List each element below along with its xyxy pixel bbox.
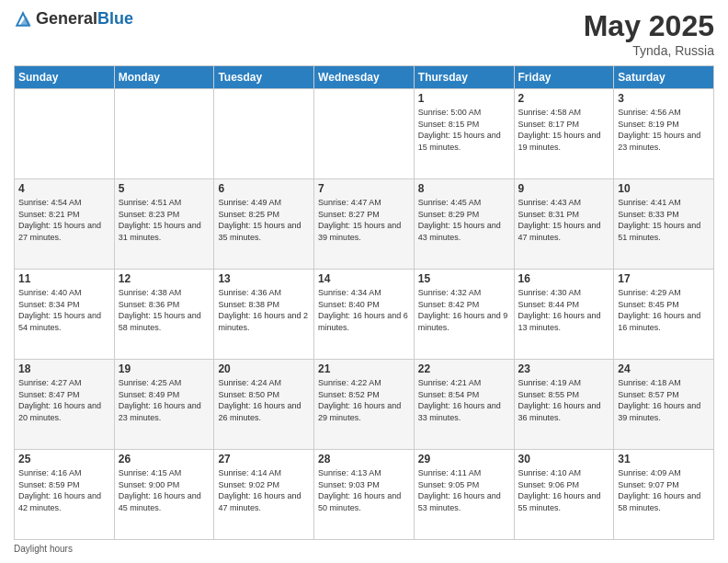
day-number: 26	[119, 453, 210, 465]
calendar-cell: 6Sunrise: 4:49 AMSunset: 8:25 PMDaylight…	[214, 179, 314, 270]
calendar-day-header: Wednesday	[314, 66, 415, 89]
day-info: Sunrise: 4:36 AMSunset: 8:38 PMDaylight:…	[218, 287, 310, 333]
day-info: Sunrise: 4:41 AMSunset: 8:33 PMDaylight:…	[618, 197, 710, 243]
header: GeneralBlue May 2025 Tynda, Russia	[14, 9, 714, 58]
day-info: Sunrise: 4:30 AMSunset: 8:44 PMDaylight:…	[518, 287, 610, 333]
day-info: Sunrise: 4:09 AMSunset: 9:07 PMDaylight:…	[618, 467, 710, 513]
day-info: Sunrise: 4:22 AMSunset: 8:52 PMDaylight:…	[318, 377, 410, 423]
calendar-cell: 26Sunrise: 4:15 AMSunset: 9:00 PMDayligh…	[114, 450, 214, 540]
calendar-cell: 14Sunrise: 4:34 AMSunset: 8:40 PMDayligh…	[314, 270, 415, 360]
day-info: Sunrise: 4:43 AMSunset: 8:31 PMDaylight:…	[518, 197, 610, 243]
month-year: May 2025	[584, 9, 714, 43]
calendar-day-header: Monday	[114, 66, 214, 89]
logo: GeneralBlue	[14, 9, 133, 29]
calendar-cell: 22Sunrise: 4:21 AMSunset: 8:54 PMDayligh…	[414, 360, 514, 450]
day-number: 25	[18, 453, 110, 465]
day-info: Sunrise: 4:29 AMSunset: 8:45 PMDaylight:…	[618, 287, 710, 333]
day-number: 19	[119, 362, 210, 375]
day-info: Sunrise: 4:56 AMSunset: 8:19 PMDaylight:…	[618, 107, 710, 153]
day-number: 16	[518, 272, 610, 285]
calendar-cell: 23Sunrise: 4:19 AMSunset: 8:55 PMDayligh…	[514, 360, 614, 450]
calendar-cell	[314, 89, 415, 179]
calendar-cell: 9Sunrise: 4:43 AMSunset: 8:31 PMDaylight…	[514, 179, 614, 270]
calendar-cell: 3Sunrise: 4:56 AMSunset: 8:19 PMDaylight…	[614, 89, 714, 179]
calendar-cell: 17Sunrise: 4:29 AMSunset: 8:45 PMDayligh…	[614, 270, 714, 360]
day-number: 11	[18, 272, 110, 285]
day-info: Sunrise: 4:19 AMSunset: 8:55 PMDaylight:…	[518, 377, 610, 423]
day-info: Sunrise: 4:34 AMSunset: 8:40 PMDaylight:…	[318, 287, 410, 333]
calendar-cell: 2Sunrise: 4:58 AMSunset: 8:17 PMDaylight…	[514, 89, 614, 179]
location: Tynda, Russia	[584, 43, 714, 58]
calendar-day-header: Saturday	[614, 66, 714, 89]
day-number: 18	[18, 362, 110, 375]
day-number: 4	[18, 182, 110, 195]
day-number: 13	[218, 272, 310, 285]
day-info: Sunrise: 4:32 AMSunset: 8:42 PMDaylight:…	[418, 287, 510, 333]
calendar-cell: 21Sunrise: 4:22 AMSunset: 8:52 PMDayligh…	[314, 360, 415, 450]
calendar-cell: 29Sunrise: 4:11 AMSunset: 9:05 PMDayligh…	[414, 450, 514, 540]
day-number: 22	[418, 362, 510, 375]
day-number: 3	[618, 92, 710, 105]
calendar-header-row: SundayMondayTuesdayWednesdayThursdayFrid…	[15, 66, 714, 89]
calendar-cell: 12Sunrise: 4:38 AMSunset: 8:36 PMDayligh…	[114, 270, 214, 360]
day-number: 23	[518, 362, 610, 375]
calendar-week-row: 4Sunrise: 4:54 AMSunset: 8:21 PMDaylight…	[15, 179, 714, 270]
day-number: 20	[218, 362, 310, 375]
day-number: 7	[318, 182, 410, 195]
day-info: Sunrise: 4:18 AMSunset: 8:57 PMDaylight:…	[618, 377, 710, 423]
day-info: Sunrise: 4:13 AMSunset: 9:03 PMDaylight:…	[318, 467, 410, 513]
day-info: Sunrise: 4:45 AMSunset: 8:29 PMDaylight:…	[418, 197, 510, 243]
logo-general: General	[36, 9, 97, 28]
day-number: 14	[318, 272, 410, 285]
calendar: SundayMondayTuesdayWednesdayThursdayFrid…	[14, 65, 714, 540]
calendar-cell: 28Sunrise: 4:13 AMSunset: 9:03 PMDayligh…	[314, 450, 415, 540]
calendar-week-row: 18Sunrise: 4:27 AMSunset: 8:47 PMDayligh…	[15, 360, 714, 450]
day-info: Sunrise: 4:10 AMSunset: 9:06 PMDaylight:…	[518, 467, 610, 513]
calendar-cell	[214, 89, 314, 179]
day-info: Sunrise: 4:24 AMSunset: 8:50 PMDaylight:…	[218, 377, 310, 423]
day-number: 28	[318, 453, 410, 465]
calendar-day-header: Tuesday	[214, 66, 314, 89]
calendar-cell: 15Sunrise: 4:32 AMSunset: 8:42 PMDayligh…	[414, 270, 514, 360]
day-info: Sunrise: 4:38 AMSunset: 8:36 PMDaylight:…	[119, 287, 210, 333]
calendar-day-header: Thursday	[414, 66, 514, 89]
calendar-cell: 11Sunrise: 4:40 AMSunset: 8:34 PMDayligh…	[15, 270, 115, 360]
calendar-cell: 19Sunrise: 4:25 AMSunset: 8:49 PMDayligh…	[114, 360, 214, 450]
calendar-day-header: Friday	[514, 66, 614, 89]
calendar-day-header: Sunday	[15, 66, 115, 89]
calendar-cell: 1Sunrise: 5:00 AMSunset: 8:15 PMDaylight…	[414, 89, 514, 179]
day-info: Sunrise: 4:58 AMSunset: 8:17 PMDaylight:…	[518, 107, 610, 153]
day-info: Sunrise: 4:40 AMSunset: 8:34 PMDaylight:…	[18, 287, 110, 333]
day-info: Sunrise: 4:49 AMSunset: 8:25 PMDaylight:…	[218, 197, 310, 243]
day-number: 30	[518, 453, 610, 465]
calendar-cell: 27Sunrise: 4:14 AMSunset: 9:02 PMDayligh…	[214, 450, 314, 540]
day-info: Sunrise: 4:54 AMSunset: 8:21 PMDaylight:…	[18, 197, 110, 243]
day-info: Sunrise: 4:11 AMSunset: 9:05 PMDaylight:…	[418, 467, 510, 513]
day-info: Sunrise: 4:21 AMSunset: 8:54 PMDaylight:…	[418, 377, 510, 423]
calendar-cell: 25Sunrise: 4:16 AMSunset: 8:59 PMDayligh…	[15, 450, 115, 540]
day-number: 6	[218, 182, 310, 195]
daylight-hours-label: Daylight hours	[14, 544, 73, 554]
day-info: Sunrise: 4:14 AMSunset: 9:02 PMDaylight:…	[218, 467, 310, 513]
day-info: Sunrise: 4:27 AMSunset: 8:47 PMDaylight:…	[18, 377, 110, 423]
footer: Daylight hours	[14, 544, 714, 554]
day-number: 1	[418, 92, 510, 105]
calendar-cell: 10Sunrise: 4:41 AMSunset: 8:33 PMDayligh…	[614, 179, 714, 270]
calendar-cell: 4Sunrise: 4:54 AMSunset: 8:21 PMDaylight…	[15, 179, 115, 270]
day-info: Sunrise: 4:25 AMSunset: 8:49 PMDaylight:…	[119, 377, 210, 423]
calendar-cell: 16Sunrise: 4:30 AMSunset: 8:44 PMDayligh…	[514, 270, 614, 360]
day-number: 8	[418, 182, 510, 195]
day-info: Sunrise: 4:47 AMSunset: 8:27 PMDaylight:…	[318, 197, 410, 243]
day-number: 9	[518, 182, 610, 195]
day-number: 2	[518, 92, 610, 105]
day-info: Sunrise: 4:16 AMSunset: 8:59 PMDaylight:…	[18, 467, 110, 513]
day-info: Sunrise: 4:15 AMSunset: 9:00 PMDaylight:…	[119, 467, 210, 513]
calendar-cell: 30Sunrise: 4:10 AMSunset: 9:06 PMDayligh…	[514, 450, 614, 540]
calendar-cell	[114, 89, 214, 179]
day-number: 10	[618, 182, 710, 195]
day-number: 21	[318, 362, 410, 375]
calendar-cell: 24Sunrise: 4:18 AMSunset: 8:57 PMDayligh…	[614, 360, 714, 450]
calendar-cell: 5Sunrise: 4:51 AMSunset: 8:23 PMDaylight…	[114, 179, 214, 270]
day-info: Sunrise: 5:00 AMSunset: 8:15 PMDaylight:…	[418, 107, 510, 153]
day-info: Sunrise: 4:51 AMSunset: 8:23 PMDaylight:…	[119, 197, 210, 243]
